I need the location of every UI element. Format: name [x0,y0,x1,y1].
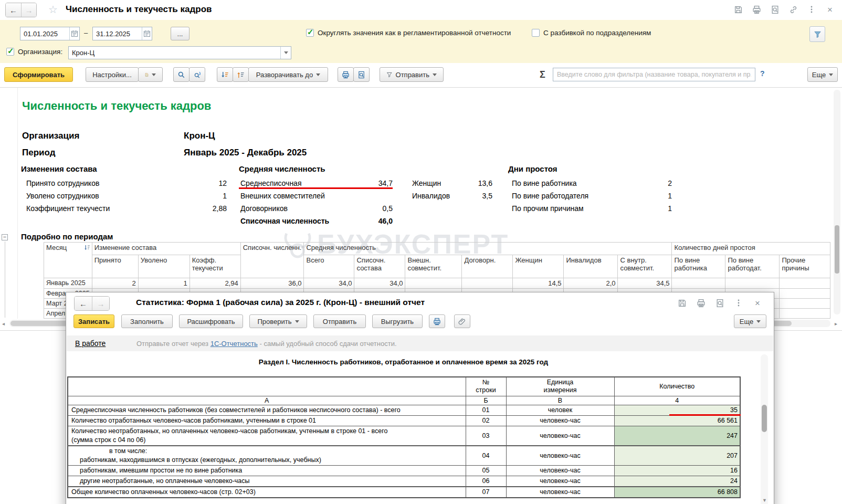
modal-forward-button[interactable] [92,297,109,310]
column-header[interactable]: Договорн. [462,255,513,278]
print-preview-icon[interactable] [770,5,780,14]
scroll-right-arrow[interactable]: ▸ [835,321,837,327]
get-link-icon[interactable] [788,5,798,14]
stat-qty-cell[interactable]: 16 [614,465,740,476]
detail-value-cell[interactable] [780,289,830,299]
stat-qty-cell[interactable]: 66 561 [614,415,740,426]
expand-to-button[interactable]: Разворачивать до [248,67,328,82]
modal-print-button[interactable] [429,314,445,328]
stat-qty-cell[interactable]: 24 [614,476,740,487]
org-value[interactable]: Крон-Ц [184,131,215,141]
fill-button[interactable]: Заполнить [121,314,173,328]
more-actions-icon[interactable] [734,298,743,308]
search-button[interactable] [173,67,190,82]
repeat-search-button[interactable] [189,67,205,82]
period-from-input[interactable] [20,27,69,40]
summary-value[interactable]: 2 [668,179,672,187]
report-variants-button[interactable] [138,67,163,82]
collapse-groups-button[interactable] [217,67,233,82]
modal-close-icon[interactable] [753,298,762,308]
settings-button[interactable]: Настройки... [86,67,139,82]
calendar-icon[interactable] [142,27,152,40]
stat-qty-cell[interactable]: 35 [614,405,740,415]
column-group-downtime[interactable]: Количество дней простоя [672,243,830,255]
summary-value[interactable]: 34,7 [378,179,393,187]
detail-value-cell[interactable] [780,278,830,289]
modal-scroll-thumb[interactable] [762,405,767,432]
summary-value[interactable]: 3,5 [482,192,492,200]
more-actions-icon[interactable] [807,5,816,14]
detail-month-cell[interactable]: Январь 2025 [44,278,92,289]
stat-qty-cell[interactable]: 66 808 [614,487,740,498]
status-state-link[interactable]: В работе [75,339,106,348]
expand-groups-button[interactable] [233,67,249,82]
detail-value-cell[interactable] [725,278,780,289]
attachment-button[interactable] [454,314,470,328]
period-variant-button[interactable]: ... [171,27,190,40]
summary-value[interactable]: 0,5 [383,204,393,213]
column-header[interactable]: Принято [92,255,138,278]
print-icon[interactable] [696,298,706,308]
print-icon[interactable] [752,5,761,14]
column-header[interactable]: Коэфф. текучести [190,255,240,278]
vertical-scrollbar[interactable] [834,90,840,314]
detail-value-cell[interactable] [405,278,462,289]
column-header[interactable]: Уволено [138,255,190,278]
check-button[interactable]: Проверить [249,314,307,328]
detail-value-cell[interactable] [462,278,513,289]
save-icon[interactable] [677,298,687,308]
column-header[interactable]: По вине работодат. [725,255,780,278]
vertical-scroll-thumb[interactable] [835,225,839,274]
filter-funnel-button[interactable] [809,26,825,42]
column-header[interactable]: Внешн. совместит. [405,255,462,278]
forward-button[interactable] [21,3,36,17]
more-button[interactable]: Еще [807,67,838,82]
help-link[interactable]: ? [760,69,765,78]
split-by-departments-checkbox[interactable]: С разбивкой по подразделениям [532,29,651,37]
modal-scroll-down-arrow[interactable]: ▼ [762,498,767,503]
organization-combo[interactable]: Крон-Ц [68,46,291,59]
summary-value[interactable]: 2,88 [213,204,227,213]
dropdown-arrow-icon[interactable] [280,47,291,59]
column-header[interactable]: По вине работника [672,255,725,278]
filter-input[interactable] [553,68,755,81]
stat-qty-cell[interactable]: 247 [614,426,740,446]
send-button[interactable]: Отправить [380,67,444,82]
save-icon[interactable] [733,5,743,14]
print-button[interactable] [338,67,354,82]
detail-value-cell[interactable]: 2 [92,278,138,289]
checkbox-icon[interactable] [6,48,14,56]
write-button[interactable]: Записать [73,314,114,328]
preview-button[interactable] [353,67,370,82]
summary-value[interactable]: 1 [223,192,227,200]
favorite-star-icon[interactable] [48,3,58,16]
column-header-month[interactable]: Месяц [44,243,92,278]
column-header[interactable]: Инвалидов [564,255,618,278]
round-values-checkbox[interactable]: Округлять значения как в регламентирован… [306,29,511,37]
checkbox-icon[interactable] [306,29,314,37]
modal-back-button[interactable] [75,297,92,310]
column-group-changes[interactable]: Изменение состава [92,243,240,255]
calendar-icon[interactable] [69,27,79,40]
stat-qty-cell[interactable]: 207 [614,446,740,466]
decode-button[interactable]: Расшифровать [179,314,243,328]
organization-checkbox[interactable]: Организация: [6,48,62,56]
column-header[interactable]: Списочн. состава [354,255,405,278]
detail-value-cell[interactable]: 34,0 [354,278,405,289]
back-button[interactable] [6,3,21,17]
detail-value-cell[interactable]: 36,0 [240,278,304,289]
column-header-list-count[interactable]: Списочн. численн. [240,243,304,278]
scroll-left-arrow[interactable]: ◂ [2,321,5,327]
modal-more-button[interactable]: Еще [734,314,766,328]
period-to-input[interactable] [93,27,142,40]
close-icon[interactable] [825,5,835,14]
summary-value[interactable]: 12 [218,179,227,187]
detail-value-cell[interactable] [672,278,725,289]
detail-value-cell[interactable]: 1 [138,278,190,289]
unload-button[interactable]: Выгрузить [372,314,423,328]
1c-reporting-link[interactable]: 1С-Отчетность [210,340,258,348]
print-preview-icon[interactable] [715,298,724,308]
summary-value[interactable]: 13,6 [478,179,492,187]
detail-value-cell[interactable] [780,309,830,319]
group-collapse-icon[interactable]: − [2,234,8,240]
